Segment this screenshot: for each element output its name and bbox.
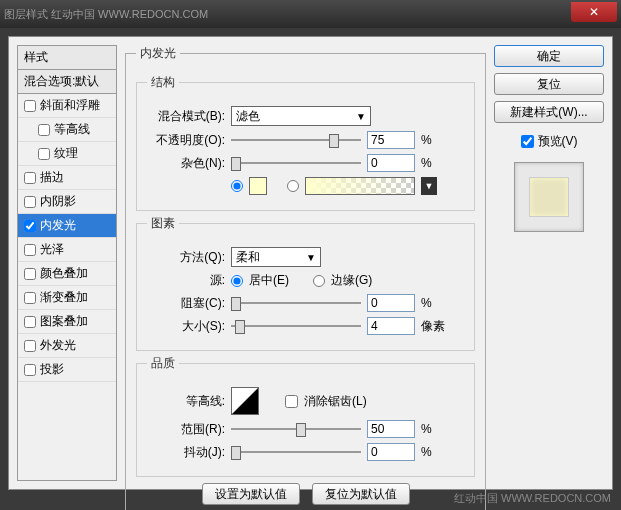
style-item-11[interactable]: 投影 — [18, 358, 116, 382]
gradient-radio[interactable] — [287, 180, 299, 192]
style-checkbox[interactable] — [24, 196, 36, 208]
style-label: 图案叠加 — [40, 313, 88, 330]
style-label: 斜面和浮雕 — [40, 97, 100, 114]
preview-swatch — [529, 177, 569, 217]
style-item-5[interactable]: 内发光 — [18, 214, 116, 238]
choke-slider[interactable] — [231, 295, 361, 311]
style-item-3[interactable]: 描边 — [18, 166, 116, 190]
ok-button[interactable]: 确定 — [494, 45, 604, 67]
inner-glow-fieldset: 内发光 结构 混合模式(B): 滤色▼ 不透明度(O): % 杂色(N): % … — [125, 45, 486, 510]
size-slider[interactable] — [231, 318, 361, 334]
style-item-10[interactable]: 外发光 — [18, 334, 116, 358]
jitter-slider[interactable] — [231, 444, 361, 460]
style-label: 颜色叠加 — [40, 265, 88, 282]
opacity-unit: % — [421, 133, 451, 147]
jitter-unit: % — [421, 445, 451, 459]
style-item-4[interactable]: 内阴影 — [18, 190, 116, 214]
choke-input[interactable] — [367, 294, 415, 312]
style-checkbox[interactable] — [24, 244, 36, 256]
style-checkbox[interactable] — [24, 340, 36, 352]
preview-checkbox[interactable] — [521, 135, 534, 148]
style-checkbox[interactable] — [24, 100, 36, 112]
style-label: 外发光 — [40, 337, 76, 354]
style-checkbox[interactable] — [24, 172, 36, 184]
source-label: 源: — [147, 272, 225, 289]
style-label: 渐变叠加 — [40, 289, 88, 306]
source-edge-label: 边缘(G) — [331, 272, 372, 289]
contour-picker[interactable] — [231, 387, 259, 415]
right-panel: 确定 复位 新建样式(W)... 预览(V) — [494, 45, 604, 481]
footer-watermark: 红动中国 WWW.REDOCN.COM — [454, 491, 611, 506]
color-swatch[interactable] — [249, 177, 267, 195]
reset-default-button[interactable]: 复位为默认值 — [312, 483, 410, 505]
style-checkbox[interactable] — [24, 364, 36, 376]
opacity-slider[interactable] — [231, 132, 361, 148]
size-unit: 像素 — [421, 318, 451, 335]
antialias-label: 消除锯齿(L) — [304, 393, 367, 410]
center-panel: 内发光 结构 混合模式(B): 滤色▼ 不透明度(O): % 杂色(N): % … — [125, 45, 486, 481]
chevron-down-icon: ▼ — [306, 252, 316, 263]
blend-mode-select[interactable]: 滤色▼ — [231, 106, 371, 126]
style-checkbox[interactable] — [24, 292, 36, 304]
style-item-9[interactable]: 图案叠加 — [18, 310, 116, 334]
style-checkbox[interactable] — [38, 148, 50, 160]
titlebar: 图层样式 红动中国 WWW.REDOCN.COM ✕ — [0, 0, 621, 28]
elements-legend: 图素 — [147, 215, 179, 232]
style-checkbox[interactable] — [24, 316, 36, 328]
size-input[interactable] — [367, 317, 415, 335]
range-unit: % — [421, 422, 451, 436]
style-label: 内阴影 — [40, 193, 76, 210]
quality-legend: 品质 — [147, 355, 179, 372]
opacity-label: 不透明度(O): — [147, 132, 225, 149]
style-label: 内发光 — [40, 217, 76, 234]
opacity-input[interactable] — [367, 131, 415, 149]
source-edge-radio[interactable] — [313, 275, 325, 287]
style-item-7[interactable]: 颜色叠加 — [18, 262, 116, 286]
style-item-2[interactable]: 纹理 — [18, 142, 116, 166]
preview-label: 预览(V) — [538, 133, 578, 150]
structure-legend: 结构 — [147, 74, 179, 91]
preview-box — [514, 162, 584, 232]
choke-label: 阻塞(C): — [147, 295, 225, 312]
gradient-dropdown-icon[interactable]: ▼ — [421, 177, 437, 195]
titlebar-text: 图层样式 红动中国 WWW.REDOCN.COM — [4, 7, 571, 22]
styles-list: 样式 混合选项:默认 斜面和浮雕等高线纹理描边内阴影内发光光泽颜色叠加渐变叠加图… — [17, 45, 117, 481]
jitter-input[interactable] — [367, 443, 415, 461]
new-style-button[interactable]: 新建样式(W)... — [494, 101, 604, 123]
style-label: 等高线 — [54, 121, 90, 138]
structure-group: 结构 混合模式(B): 滤色▼ 不透明度(O): % 杂色(N): % ▼ — [136, 74, 475, 211]
style-checkbox[interactable] — [24, 220, 36, 232]
style-label: 描边 — [40, 169, 64, 186]
noise-slider[interactable] — [231, 155, 361, 171]
range-label: 范围(R): — [147, 421, 225, 438]
technique-select[interactable]: 柔和▼ — [231, 247, 321, 267]
noise-input[interactable] — [367, 154, 415, 172]
jitter-label: 抖动(J): — [147, 444, 225, 461]
blend-options[interactable]: 混合选项:默认 — [18, 70, 116, 94]
style-label: 投影 — [40, 361, 64, 378]
range-slider[interactable] — [231, 421, 361, 437]
range-input[interactable] — [367, 420, 415, 438]
close-icon: ✕ — [589, 5, 599, 19]
style-checkbox[interactable] — [38, 124, 50, 136]
close-button[interactable]: ✕ — [571, 2, 617, 22]
dialog-body: 样式 混合选项:默认 斜面和浮雕等高线纹理描边内阴影内发光光泽颜色叠加渐变叠加图… — [8, 36, 613, 490]
noise-label: 杂色(N): — [147, 155, 225, 172]
color-radio[interactable] — [231, 180, 243, 192]
antialias-checkbox[interactable] — [285, 395, 298, 408]
style-item-1[interactable]: 等高线 — [18, 118, 116, 142]
source-center-radio[interactable] — [231, 275, 243, 287]
style-item-6[interactable]: 光泽 — [18, 238, 116, 262]
style-item-0[interactable]: 斜面和浮雕 — [18, 94, 116, 118]
style-checkbox[interactable] — [24, 268, 36, 280]
cancel-button[interactable]: 复位 — [494, 73, 604, 95]
gradient-picker[interactable] — [305, 177, 415, 195]
quality-group: 品质 等高线: 消除锯齿(L) 范围(R): % 抖动(J): % — [136, 355, 475, 477]
choke-unit: % — [421, 296, 451, 310]
styles-header[interactable]: 样式 — [18, 46, 116, 70]
make-default-button[interactable]: 设置为默认值 — [202, 483, 300, 505]
contour-label: 等高线: — [147, 393, 225, 410]
chevron-down-icon: ▼ — [356, 111, 366, 122]
style-item-8[interactable]: 渐变叠加 — [18, 286, 116, 310]
style-label: 光泽 — [40, 241, 64, 258]
